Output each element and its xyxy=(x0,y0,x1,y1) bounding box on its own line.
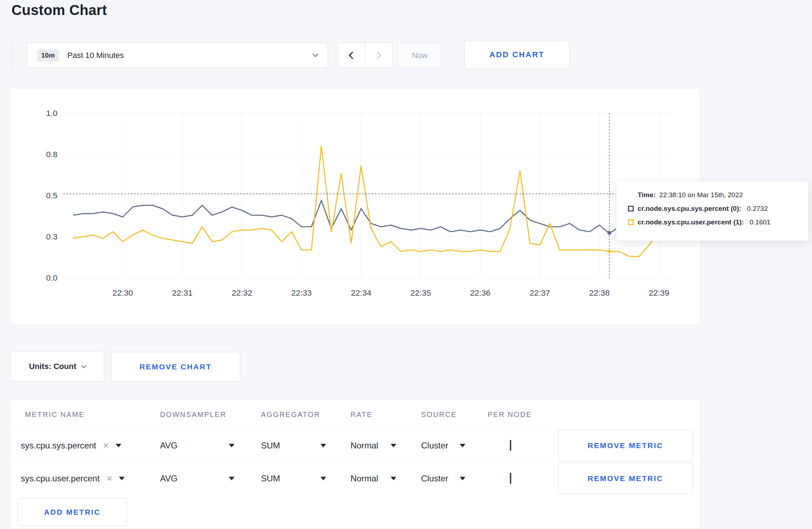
chevron-right-icon xyxy=(374,52,381,59)
page-title: Custom Chart xyxy=(11,2,107,18)
series-line-cr.node.sys.cpu.user.percent xyxy=(73,146,669,257)
metric-name-value: sys.cpu.user.percent xyxy=(21,474,100,484)
tooltip-time: Time:22:38:10 on Mar 15th, 2022 xyxy=(638,191,808,199)
tooltip-series-row: cr.node.sys.cpu.sys.percent (0): 0.2732 xyxy=(628,205,808,213)
line-chart[interactable]: 0.00.30.50.81.022:3022:3122:3222:3322:34… xyxy=(11,88,700,324)
tooltip-series-name: cr.node.sys.cpu.sys.percent (0): xyxy=(638,205,741,213)
series-swatch-icon xyxy=(628,219,634,225)
source-select[interactable]: Cluster xyxy=(421,441,465,451)
chart-card: 0.00.30.50.81.022:3022:3122:3222:3322:34… xyxy=(10,88,700,325)
tooltip-series-name: cr.node.sys.cpu.user.percent (1): xyxy=(638,218,744,226)
svg-text:22:39: 22:39 xyxy=(649,288,669,297)
chart-gridlines xyxy=(63,113,674,278)
caret-down-icon xyxy=(460,444,465,447)
now-button[interactable]: Now xyxy=(398,43,441,68)
header-per-node: PER NODE xyxy=(488,411,558,419)
svg-text:22:31: 22:31 xyxy=(172,288,193,297)
add-chart-button[interactable]: ADD CHART xyxy=(464,41,570,69)
svg-text:22:33: 22:33 xyxy=(291,288,311,297)
units-dropdown[interactable]: Units: Count xyxy=(10,351,104,382)
tooltip-time-label: Time: xyxy=(638,191,656,199)
caret-down-icon xyxy=(391,477,396,480)
per-node-checkbox[interactable] xyxy=(510,473,511,484)
caret-down-icon xyxy=(229,444,235,447)
rate-select[interactable]: Normal xyxy=(351,441,396,451)
clear-icon[interactable]: × xyxy=(103,441,109,451)
header-aggregator: AGGREGATOR xyxy=(261,411,351,419)
metrics-table-header: METRIC NAME DOWNSAMPLER AGGREGATOR RATE … xyxy=(11,400,700,429)
chart-axis-labels: 0.00.30.50.81.022:3022:3122:3222:3322:34… xyxy=(46,108,670,297)
metric-name-value: sys.cpu.sys.percent xyxy=(21,441,96,451)
aggregator-select[interactable]: SUM xyxy=(261,474,326,484)
source-value: Cluster xyxy=(421,474,448,484)
caret-down-icon xyxy=(320,477,326,480)
rate-select[interactable]: Normal xyxy=(351,474,396,484)
caret-down-icon xyxy=(116,444,121,447)
crosshair-point xyxy=(608,250,611,253)
svg-text:22:34: 22:34 xyxy=(351,288,372,297)
caret-down-icon xyxy=(229,477,235,480)
time-nav-group xyxy=(338,43,392,68)
svg-text:22:36: 22:36 xyxy=(470,288,490,297)
source-value: Cluster xyxy=(421,441,448,451)
metric-name-select[interactable]: sys.cpu.user.percent × xyxy=(21,474,160,484)
chevron-down-icon xyxy=(81,363,86,368)
next-time-button[interactable] xyxy=(365,43,392,68)
tooltip-series-row: cr.node.sys.cpu.user.percent (1): 0.1601 xyxy=(628,218,808,226)
svg-text:22:30: 22:30 xyxy=(112,288,133,297)
series-swatch-icon xyxy=(628,206,634,212)
svg-text:0.0: 0.0 xyxy=(46,273,58,282)
svg-text:22:37: 22:37 xyxy=(530,288,550,297)
tooltip-series-value: 0.1601 xyxy=(750,218,770,226)
add-metric-button[interactable]: ADD METRIC xyxy=(18,498,127,526)
chevron-left-icon xyxy=(349,52,356,59)
header-source: SOURCE xyxy=(421,411,488,419)
toolbar-divider xyxy=(11,43,12,68)
source-select[interactable]: Cluster xyxy=(421,474,465,484)
downsampler-select[interactable]: AVG xyxy=(160,441,235,451)
svg-text:22:32: 22:32 xyxy=(232,288,252,297)
rate-value: Normal xyxy=(351,474,378,484)
clear-icon[interactable]: × xyxy=(106,474,112,484)
header-metric-name: METRIC NAME xyxy=(25,411,160,419)
metric-row: sys.cpu.sys.percent × AVG SUM Normal Clu… xyxy=(11,429,700,462)
metric-row: sys.cpu.user.percent × AVG SUM Normal Cl… xyxy=(11,462,700,495)
caret-down-icon xyxy=(119,477,125,480)
caret-down-icon xyxy=(320,444,326,447)
aggregator-value: SUM xyxy=(261,474,280,484)
remove-metric-button[interactable]: REMOVE METRIC xyxy=(558,463,693,494)
chart-series xyxy=(73,146,669,257)
downsampler-value: AVG xyxy=(160,474,178,484)
remove-metric-button[interactable]: REMOVE METRIC xyxy=(558,430,693,461)
aggregator-value: SUM xyxy=(261,441,280,451)
units-label: Units: Count xyxy=(29,362,76,371)
time-range-badge: 10m xyxy=(37,49,59,62)
tooltip-time-value: 22:38:10 on Mar 15th, 2022 xyxy=(659,191,743,199)
remove-chart-button[interactable]: REMOVE CHART xyxy=(111,352,240,382)
chevron-down-icon xyxy=(313,51,319,57)
svg-text:1.0: 1.0 xyxy=(46,108,58,118)
caret-down-icon xyxy=(460,477,465,480)
tooltip-series-value: 0.2732 xyxy=(747,205,768,213)
downsampler-select[interactable]: AVG xyxy=(160,474,235,484)
rate-value: Normal xyxy=(351,441,378,451)
chart-tooltip: Time:22:38:10 on Mar 15th, 2022 cr.node.… xyxy=(616,181,808,241)
header-rate: RATE xyxy=(351,411,421,419)
svg-text:0.3: 0.3 xyxy=(46,232,58,241)
metrics-table-card: METRIC NAME DOWNSAMPLER AGGREGATOR RATE … xyxy=(10,400,700,529)
per-node-checkbox[interactable] xyxy=(510,440,511,451)
downsampler-value: AVG xyxy=(160,441,178,451)
time-range-label: Past 10 Minutes xyxy=(67,51,124,60)
caret-down-icon xyxy=(391,444,396,447)
svg-text:0.5: 0.5 xyxy=(46,191,58,200)
crosshair-point xyxy=(608,231,612,235)
svg-text:22:35: 22:35 xyxy=(410,288,431,297)
metric-name-select[interactable]: sys.cpu.sys.percent × xyxy=(21,441,160,451)
header-downsampler: DOWNSAMPLER xyxy=(160,411,261,419)
prev-time-button[interactable] xyxy=(338,43,365,68)
time-range-dropdown[interactable]: 10m Past 10 Minutes xyxy=(27,43,328,68)
svg-text:0.8: 0.8 xyxy=(46,150,58,159)
svg-text:22:38: 22:38 xyxy=(589,288,610,297)
aggregator-select[interactable]: SUM xyxy=(261,441,326,451)
